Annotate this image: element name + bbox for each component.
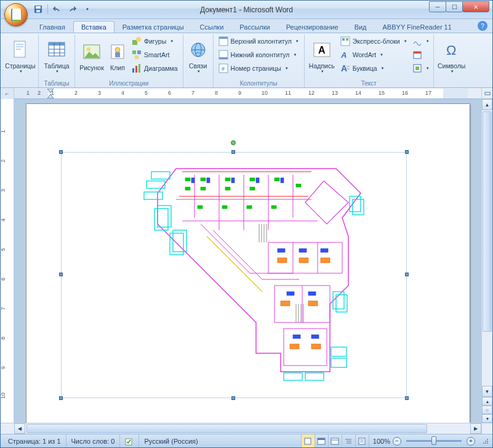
redo-button[interactable]: [66, 4, 78, 15]
status-language[interactable]: Русский (Россия): [139, 434, 202, 447]
svg-point-134: [485, 441, 486, 442]
minimize-button[interactable]: ─: [429, 1, 446, 12]
tab-home[interactable]: Главная: [31, 21, 73, 33]
ruler-toggle[interactable]: [481, 88, 492, 99]
scroll-thumb[interactable]: [483, 111, 492, 332]
horizontal-scrollbar[interactable]: ◀ ▶: [14, 423, 481, 434]
scroll-down-button[interactable]: ▼: [482, 386, 492, 397]
ruler-tick: 10: [262, 90, 268, 96]
maximize-button[interactable]: ☐: [446, 1, 463, 12]
zoom-in-button[interactable]: +: [467, 437, 475, 446]
picture-icon: [82, 42, 102, 62]
browse-object-button[interactable]: ○: [482, 406, 492, 414]
zoom-slider[interactable]: [406, 440, 462, 442]
pages-button[interactable]: Страницы ▼: [5, 34, 36, 76]
tab-references[interactable]: Ссылки: [192, 21, 232, 33]
scroll-right-button[interactable]: ▶: [470, 423, 481, 434]
ruler-tick: 4: [1, 218, 6, 222]
tab-view[interactable]: Вид: [347, 21, 375, 33]
view-web-layout[interactable]: [328, 434, 342, 447]
zoom-level[interactable]: 100%: [373, 438, 390, 445]
view-draft[interactable]: [355, 434, 369, 447]
symbols-button[interactable]: Ω Символы ▼: [436, 34, 467, 76]
svg-rect-130: [359, 438, 365, 444]
table-icon: [47, 40, 66, 60]
header-button[interactable]: Верхний колонтитул▼: [216, 34, 302, 48]
smartart-button[interactable]: SmartArt: [129, 48, 180, 62]
view-full-screen[interactable]: [315, 434, 328, 447]
rotate-handle[interactable]: [231, 140, 236, 145]
next-page-button[interactable]: ▾: [482, 414, 492, 423]
datetime-button[interactable]: [411, 48, 431, 62]
status-proofing[interactable]: [120, 434, 139, 447]
svg-rect-90: [299, 258, 308, 263]
clip-button[interactable]: Клип: [107, 34, 128, 76]
qat-customize-button[interactable]: ▼: [81, 4, 92, 15]
scroll-thumb-h[interactable]: [26, 424, 427, 433]
floorplan-image[interactable]: [139, 162, 373, 384]
status-page[interactable]: Страница: 1 из 1: [3, 434, 66, 447]
view-outline[interactable]: [342, 434, 355, 447]
signature-button[interactable]: ▼: [411, 34, 431, 48]
scroll-track[interactable]: [482, 110, 492, 386]
svg-rect-108: [336, 295, 347, 312]
svg-rect-24: [135, 66, 137, 73]
tab-insert[interactable]: Вставка: [73, 21, 114, 33]
ruler-corner[interactable]: ⌐: [1, 88, 14, 99]
document-scroll[interactable]: [14, 99, 481, 423]
svg-rect-45: [414, 52, 421, 54]
links-button[interactable]: Связи ▼: [186, 34, 210, 76]
resize-handle-s[interactable]: [231, 396, 235, 400]
chart-button[interactable]: Диаграмма: [129, 62, 180, 75]
svg-rect-1: [36, 6, 41, 9]
svg-text:Ω: Ω: [446, 42, 456, 58]
scroll-left-button[interactable]: ◀: [14, 423, 25, 434]
svg-rect-81: [281, 178, 284, 183]
resize-handle-e[interactable]: [405, 273, 409, 276]
footer-button[interactable]: Нижний колонтитул▼: [216, 48, 302, 62]
ruler-tick: 8: [1, 337, 6, 340]
textbox-button[interactable]: A Надпись ▼: [307, 34, 337, 76]
vertical-ruler[interactable]: 12345678910: [1, 99, 14, 423]
shapes-button[interactable]: Фигуры▼: [129, 34, 180, 48]
resize-handle-nw[interactable]: [59, 150, 63, 154]
ribbon: Страницы ▼ · Таблица ▼ Таблицы Рисунок К…: [1, 33, 492, 88]
picture-selection-frame[interactable]: [61, 152, 407, 398]
vertical-scrollbar[interactable]: ▲ ▼ ▴ ○ ▾: [481, 99, 492, 423]
resize-handle-w[interactable]: [59, 273, 63, 276]
undo-button[interactable]: [52, 4, 63, 15]
svg-rect-47: [415, 66, 419, 70]
horizontal-ruler[interactable]: 121234567891011121314151617: [14, 89, 468, 98]
resize-handle-sw[interactable]: [59, 396, 63, 400]
close-button[interactable]: ✕: [462, 1, 489, 12]
resize-handle-n[interactable]: [231, 150, 235, 154]
table-button[interactable]: Таблица ▼: [41, 34, 72, 76]
separator: [47, 4, 48, 14]
view-print-layout[interactable]: [301, 434, 315, 447]
office-button[interactable]: [4, 3, 28, 26]
resize-handle-se[interactable]: [405, 396, 409, 400]
resize-grip[interactable]: [481, 437, 490, 446]
shapes-icon: [132, 36, 142, 46]
zoom-out-button[interactable]: −: [393, 437, 401, 446]
tab-mailings[interactable]: Рассылки: [231, 21, 278, 33]
tab-abbyy[interactable]: ABBYY FineReader 11: [375, 21, 460, 33]
dropcap-button[interactable]: A Буквица▼: [338, 62, 410, 75]
prev-page-button[interactable]: ▴: [482, 397, 492, 406]
object-button[interactable]: ▼: [411, 62, 431, 75]
help-button[interactable]: ?: [478, 21, 487, 31]
scroll-track-h[interactable]: [25, 423, 470, 434]
scroll-up-button[interactable]: ▲: [482, 99, 492, 110]
ruler-tick: 1: [26, 90, 30, 96]
status-words[interactable]: Число слов: 0: [66, 434, 121, 447]
quickparts-button[interactable]: Экспресс-блоки▼: [338, 34, 410, 48]
tab-review[interactable]: Рецензирование: [278, 21, 347, 33]
tab-page-layout[interactable]: Разметка страницы: [114, 21, 192, 33]
wordart-button[interactable]: A WordArt▼: [338, 48, 410, 62]
zoom-slider-thumb[interactable]: [431, 436, 436, 445]
resize-handle-ne[interactable]: [405, 150, 409, 154]
save-button[interactable]: [33, 4, 44, 15]
page-number-button[interactable]: # Номер страницы▼: [216, 62, 302, 75]
svg-rect-72: [296, 184, 301, 187]
picture-button[interactable]: Рисунок: [78, 34, 106, 76]
